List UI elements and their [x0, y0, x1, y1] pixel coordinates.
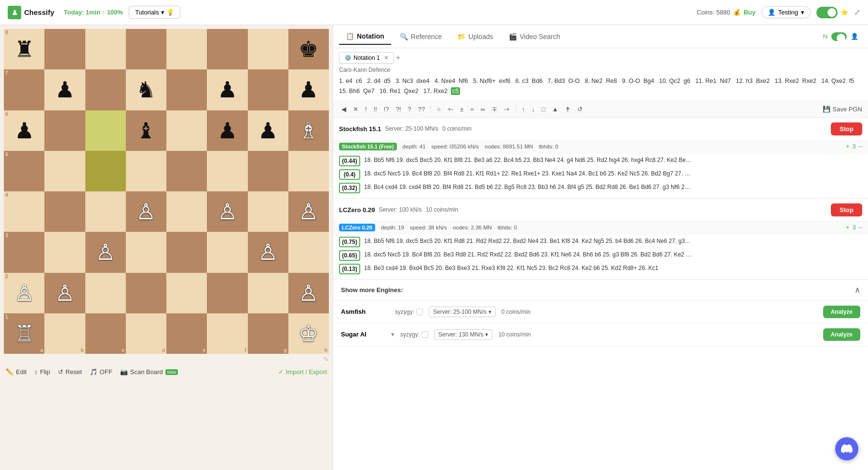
- square-c3[interactable]: ♙: [85, 232, 126, 272]
- square-h7[interactable]: ♟: [288, 69, 329, 110]
- ann-cross-button[interactable]: ✝: [563, 104, 573, 114]
- square-a5[interactable]: 5: [4, 151, 44, 191]
- square-g4[interactable]: [248, 191, 288, 232]
- ann-minus-eq-button[interactable]: ∓: [489, 104, 500, 114]
- square-f8[interactable]: [207, 29, 247, 69]
- square-g6[interactable]: ♟: [248, 110, 288, 151]
- ann-mistake-button[interactable]: ?: [406, 104, 414, 114]
- sugar-ai-chevron-icon[interactable]: ▾: [391, 331, 394, 338]
- square-b1[interactable]: b: [44, 313, 85, 354]
- plus-icon[interactable]: +: [846, 143, 850, 150]
- square-e6[interactable]: [166, 110, 207, 151]
- asmfish-analyze-button[interactable]: Analyze: [823, 306, 860, 318]
- square-e2[interactable]: [166, 273, 207, 313]
- square-e5[interactable]: [166, 151, 207, 191]
- square-b4[interactable]: [44, 191, 85, 232]
- lczero-plus-icon[interactable]: +: [846, 224, 850, 231]
- ann-minus-plus-button[interactable]: -+: [502, 104, 512, 114]
- square-d4[interactable]: ♙: [126, 191, 166, 232]
- square-d5[interactable]: [126, 151, 166, 191]
- square-e4[interactable]: [166, 191, 207, 232]
- ann-up-button[interactable]: ↑: [519, 104, 528, 114]
- square-f5[interactable]: [207, 151, 247, 191]
- chevron-up-icon[interactable]: ∧: [854, 285, 860, 295]
- square-b6[interactable]: [44, 110, 85, 151]
- notation-tab-1[interactable]: ⚙️ Notation 1 ✕: [339, 52, 394, 64]
- square-g7[interactable]: [248, 69, 288, 110]
- square-h5[interactable]: [288, 151, 329, 191]
- square-d2[interactable]: [126, 273, 166, 313]
- square-b5[interactable]: [44, 151, 85, 191]
- ann-refresh-button[interactable]: ↺: [575, 104, 585, 114]
- square-h6[interactable]: ♗: [288, 110, 329, 151]
- stockfish-stop-button[interactable]: Stop: [831, 122, 862, 135]
- ann-down-button[interactable]: ↓: [529, 104, 537, 114]
- ann-prev-button[interactable]: ◀: [339, 104, 349, 114]
- square-d6[interactable]: ♝: [126, 110, 166, 151]
- feature-toggle[interactable]: [816, 7, 838, 18]
- edit-button[interactable]: ✏️ Edit: [6, 368, 27, 376]
- ann-triangle-button[interactable]: ▲: [550, 104, 561, 114]
- square-c8[interactable]: [85, 29, 126, 69]
- add-notation-button[interactable]: +: [396, 54, 400, 62]
- notation-toggle[interactable]: [831, 32, 847, 41]
- square-g5[interactable]: [248, 151, 288, 191]
- asmfish-syzygy-checkbox[interactable]: [416, 309, 423, 315]
- square-a6[interactable]: ♟6: [4, 110, 44, 151]
- discord-button[interactable]: [835, 437, 858, 460]
- ann-excellent-button[interactable]: !!: [371, 104, 380, 114]
- square-f3[interactable]: [207, 232, 247, 272]
- flip-button[interactable]: ↕️ Flip: [34, 368, 50, 376]
- scan-board-button[interactable]: 📷 Scan Board New: [120, 368, 178, 376]
- square-g2[interactable]: [248, 273, 288, 313]
- square-a2[interactable]: ♙2: [4, 273, 44, 313]
- square-b3[interactable]: [44, 232, 85, 272]
- square-f1[interactable]: f: [207, 313, 247, 354]
- square-e3[interactable]: [166, 232, 207, 272]
- square-c2[interactable]: [85, 273, 126, 313]
- tab-reference[interactable]: 🔍 Reference: [393, 29, 449, 44]
- ann-interesting-button[interactable]: !?: [381, 104, 392, 114]
- off-button[interactable]: 🎵 OFF: [90, 368, 112, 376]
- square-b8[interactable]: [44, 29, 85, 69]
- import-export-button[interactable]: ✓ Import / Export: [278, 368, 327, 376]
- square-g3[interactable]: ♙: [248, 232, 288, 272]
- square-a4[interactable]: 4: [4, 191, 44, 232]
- tab-notation[interactable]: 📋 Notation: [339, 28, 391, 45]
- square-h1[interactable]: ♔h: [288, 313, 329, 354]
- square-f4[interactable]: ♙: [207, 191, 247, 232]
- square-e7[interactable]: [166, 69, 207, 110]
- square-a3[interactable]: 3: [4, 232, 44, 272]
- save-pgn-button[interactable]: 💾 Save PGN: [823, 106, 862, 113]
- ann-unclear-button[interactable]: ∞: [478, 104, 488, 114]
- square-b7[interactable]: ♟: [44, 69, 85, 110]
- square-b2[interactable]: ♙: [44, 273, 85, 313]
- square-d3[interactable]: [126, 232, 166, 272]
- square-h8[interactable]: ♚: [288, 29, 329, 69]
- ann-eq-button[interactable]: ±: [458, 104, 466, 114]
- square-e8[interactable]: [166, 29, 207, 69]
- sugar-ai-syzygy-checkbox[interactable]: [421, 331, 428, 338]
- ann-good-button[interactable]: !: [363, 104, 369, 114]
- square-a7[interactable]: 7: [4, 69, 44, 110]
- sugar-ai-analyze-button[interactable]: Analyze: [823, 328, 860, 341]
- square-f6[interactable]: ♟: [207, 110, 247, 151]
- square-c1[interactable]: c: [85, 313, 126, 354]
- square-d1[interactable]: d: [126, 313, 166, 354]
- ann-space-button[interactable]: □: [539, 104, 548, 114]
- square-e1[interactable]: e: [166, 313, 207, 354]
- square-f2[interactable]: [207, 273, 247, 313]
- expand-button[interactable]: ⤢: [854, 8, 860, 17]
- square-c4[interactable]: [85, 191, 126, 232]
- square-g8[interactable]: [248, 29, 288, 69]
- tab-video-search[interactable]: 🎬 Video Search: [502, 29, 567, 44]
- lczero-minus-icon[interactable]: –: [859, 224, 862, 231]
- square-c5[interactable]: [85, 151, 126, 191]
- user-info[interactable]: 👤 Testing ▾: [761, 6, 811, 18]
- square-c6[interactable]: [85, 110, 126, 151]
- board-resize-handle[interactable]: ⤡: [4, 354, 329, 363]
- sugar-ai-server-select[interactable]: Server: 130 MN/s ▾: [434, 329, 492, 340]
- buy-button[interactable]: Buy: [744, 9, 756, 16]
- ann-blunder-button[interactable]: ??: [416, 104, 427, 114]
- square-g1[interactable]: g: [248, 313, 288, 354]
